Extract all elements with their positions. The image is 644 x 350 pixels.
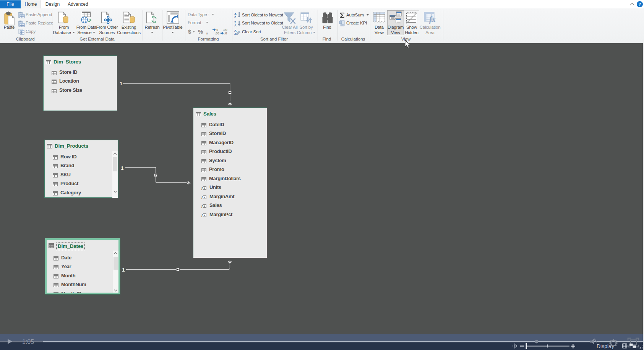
svg-text:1: 1 xyxy=(120,81,123,86)
svg-text:1: 1 xyxy=(122,267,125,273)
svg-text:1: 1 xyxy=(121,165,124,171)
